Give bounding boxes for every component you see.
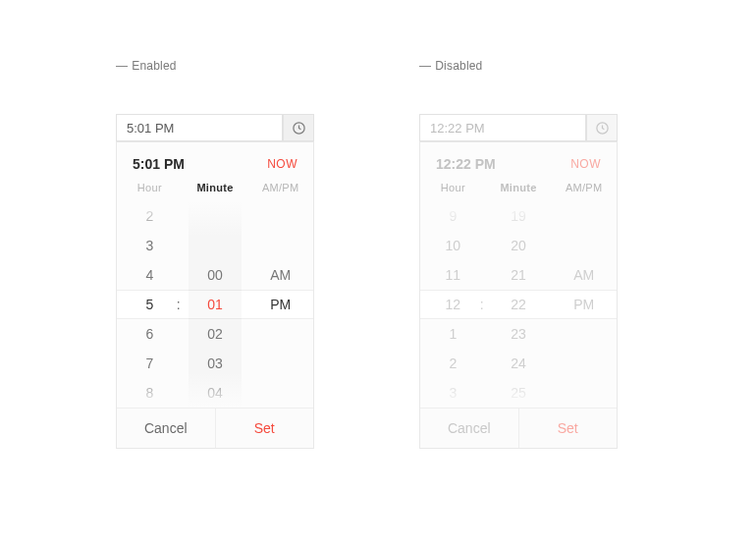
time-input-value: 12:22 PM bbox=[430, 121, 485, 136]
ampm-wheel: AMPM bbox=[551, 201, 617, 408]
minute-wheel[interactable]: 0001020304 bbox=[183, 201, 248, 408]
wheel-item bbox=[183, 201, 248, 231]
time-input-row: 5:01 PM bbox=[116, 114, 314, 141]
col-header-ampm: AM/PM bbox=[551, 182, 617, 201]
wheel-item: 10 bbox=[420, 231, 486, 260]
wheel-item bbox=[551, 201, 617, 231]
ampm-wheel[interactable]: AMPM bbox=[247, 201, 313, 408]
wheel-item: 11 bbox=[420, 260, 486, 290]
wheel-item: AM bbox=[247, 260, 313, 290]
time-input-value: 5:01 PM bbox=[127, 121, 174, 136]
picker-wheels: 2345678 0001020304 AMPM : bbox=[117, 201, 313, 408]
time-picker-popover: 5:01 PM NOW Hour Minute AM/PM 2345678 00… bbox=[116, 141, 314, 449]
wheel-item bbox=[247, 378, 313, 408]
clock-icon bbox=[595, 121, 610, 136]
col-header-ampm[interactable]: AM/PM bbox=[247, 182, 313, 201]
clock-icon bbox=[292, 121, 306, 136]
wheel-item: 4 bbox=[117, 260, 183, 290]
wheel-item: PM bbox=[247, 290, 313, 319]
col-header-minute: Minute bbox=[486, 182, 552, 201]
now-button: NOW bbox=[570, 157, 601, 171]
time-input-toggle bbox=[586, 114, 618, 141]
time-input[interactable]: 5:01 PM bbox=[116, 114, 283, 141]
wheel-item bbox=[247, 319, 313, 349]
column-headers: Hour Minute AM/PM bbox=[117, 182, 313, 201]
wheel-item bbox=[247, 231, 313, 260]
wheel-item: AM bbox=[551, 260, 617, 290]
wheel-item: 02 bbox=[183, 319, 248, 349]
wheel-item: 04 bbox=[183, 378, 248, 408]
wheel-item: 3 bbox=[420, 378, 486, 408]
wheel-item: 00 bbox=[183, 260, 248, 290]
wheel-item: 12 bbox=[420, 290, 486, 319]
time-input: 12:22 PM bbox=[419, 114, 586, 141]
cancel-button: Cancel bbox=[420, 409, 519, 448]
wheel-item: 20 bbox=[486, 231, 552, 260]
column-headers: Hour Minute AM/PM bbox=[420, 182, 617, 201]
wheel-item: 01 bbox=[183, 290, 248, 319]
state-label-enabled: —Enabled bbox=[116, 59, 177, 73]
wheel-item: 5 bbox=[117, 290, 183, 319]
wheel-item bbox=[551, 231, 617, 260]
wheel-item: 25 bbox=[486, 378, 552, 408]
wheel-item: 1 bbox=[420, 319, 486, 349]
time-input-toggle[interactable] bbox=[283, 114, 314, 141]
wheel-item: 22 bbox=[486, 290, 552, 319]
wheel-item: PM bbox=[551, 290, 617, 319]
set-button[interactable]: Set bbox=[216, 409, 314, 448]
wheel-item bbox=[247, 201, 313, 231]
picker-wheels: 9101112123 19202122232425 AMPM : bbox=[420, 201, 617, 408]
wheel-item: 9 bbox=[420, 201, 486, 231]
wheel-item bbox=[551, 378, 617, 408]
wheel-item: 6 bbox=[117, 319, 183, 349]
minute-wheel: 19202122232425 bbox=[486, 201, 552, 408]
wheel-item: 23 bbox=[486, 319, 552, 349]
wheel-item bbox=[551, 349, 617, 378]
picker-selected-time: 12:22 PM bbox=[436, 156, 496, 172]
wheel-item: 21 bbox=[486, 260, 552, 290]
wheel-item: 03 bbox=[183, 349, 248, 378]
hour-wheel: 9101112123 bbox=[420, 201, 486, 408]
now-button[interactable]: NOW bbox=[267, 157, 297, 171]
wheel-item bbox=[551, 319, 617, 349]
picker-selected-time: 5:01 PM bbox=[133, 156, 185, 172]
col-header-minute[interactable]: Minute bbox=[183, 182, 248, 201]
wheel-item: 8 bbox=[117, 378, 183, 408]
time-picker-popover: 12:22 PM NOW Hour Minute AM/PM 910111212… bbox=[419, 141, 618, 449]
cancel-button[interactable]: Cancel bbox=[117, 409, 216, 448]
wheel-item: 2 bbox=[420, 349, 486, 378]
state-label-disabled: —Disabled bbox=[419, 59, 483, 73]
col-header-hour: Hour bbox=[420, 182, 486, 201]
picker-footer: Cancel Set bbox=[117, 408, 313, 448]
wheel-item bbox=[247, 349, 313, 378]
set-button: Set bbox=[519, 409, 618, 448]
hour-wheel[interactable]: 2345678 bbox=[117, 201, 183, 408]
wheel-item: 19 bbox=[486, 201, 552, 231]
time-input-row: 12:22 PM bbox=[419, 114, 618, 141]
wheel-item: 3 bbox=[117, 231, 183, 260]
wheel-item: 7 bbox=[117, 349, 183, 378]
col-header-hour[interactable]: Hour bbox=[117, 182, 183, 201]
wheel-item: 24 bbox=[486, 349, 552, 378]
picker-footer: Cancel Set bbox=[420, 408, 617, 448]
wheel-item: 2 bbox=[117, 201, 183, 231]
wheel-item bbox=[183, 231, 248, 260]
